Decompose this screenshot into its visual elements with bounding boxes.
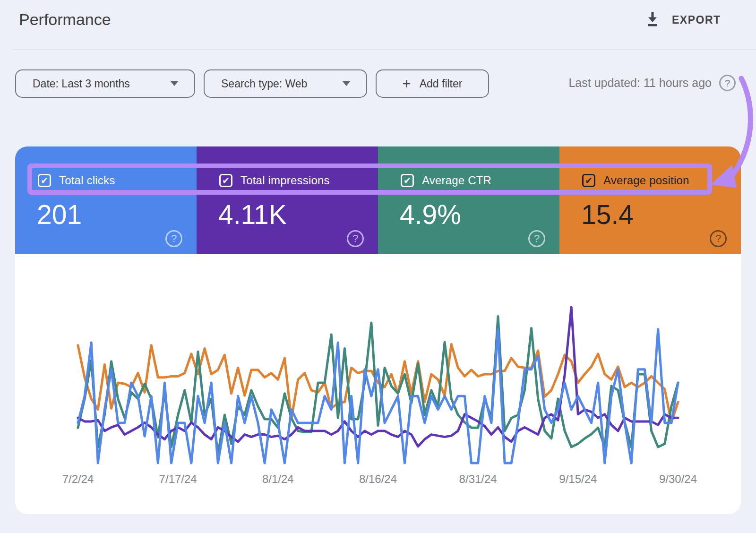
card-label: Average position xyxy=(603,174,689,187)
chevron-down-icon xyxy=(343,81,350,86)
total-impressions-toggle[interactable]: ✔ Total impressions xyxy=(219,174,330,187)
last-updated: Last updated: 11 hours ago ? xyxy=(568,75,736,91)
page-title: Performance xyxy=(19,10,111,29)
card-total-clicks[interactable]: ✔ Total clicks 201 ? xyxy=(15,146,197,254)
add-filter-label: Add filter xyxy=(420,77,463,90)
export-label: EXPORT xyxy=(672,14,721,26)
chart-card: 7/2/247/17/248/1/248/16/248/31/249/15/24… xyxy=(15,254,741,514)
total-clicks-value: 201 xyxy=(37,201,82,228)
x-axis-label: 9/15/24 xyxy=(559,473,597,486)
average-position-value: 15.4 xyxy=(581,201,634,228)
help-icon[interactable]: ? xyxy=(710,230,727,247)
checkbox-checked-icon[interactable]: ✔ xyxy=(219,174,232,187)
checkbox-checked-icon[interactable]: ✔ xyxy=(582,174,595,187)
average-position-toggle[interactable]: ✔ Average position xyxy=(582,174,689,187)
plus-icon: + xyxy=(403,77,411,91)
header-divider xyxy=(13,49,756,50)
date-filter-chip[interactable]: Date: Last 3 months xyxy=(15,69,195,98)
card-label: Total impressions xyxy=(241,174,330,187)
help-icon[interactable]: ? xyxy=(165,230,182,247)
checkbox-checked-icon[interactable]: ✔ xyxy=(38,174,51,187)
metric-cards: ✔ Total clicks 201 ? ✔ Total impressions… xyxy=(15,146,741,254)
export-button[interactable]: EXPORT xyxy=(643,9,724,31)
card-label: Average CTR xyxy=(422,174,491,187)
card-average-position[interactable]: ✔ Average position 15.4 ? xyxy=(559,146,741,254)
x-axis-label: 7/17/24 xyxy=(159,473,197,486)
search-type-filter-label: Search type: Web xyxy=(221,77,307,90)
help-icon[interactable]: ? xyxy=(347,230,364,247)
date-filter-label: Date: Last 3 months xyxy=(33,77,130,90)
total-impressions-value: 4.11K xyxy=(218,201,287,228)
checkbox-checked-icon[interactable]: ✔ xyxy=(401,174,414,187)
help-icon[interactable]: ? xyxy=(719,75,736,91)
total-clicks-toggle[interactable]: ✔ Total clicks xyxy=(38,174,115,187)
x-axis-label: 8/1/24 xyxy=(262,473,294,486)
search-console-performance-page: Performance EXPORT Date: Last 3 months S… xyxy=(0,0,756,533)
average-ctr-value: 4.9% xyxy=(400,201,461,228)
chevron-down-icon xyxy=(171,81,178,86)
card-total-impressions[interactable]: ✔ Total impressions 4.11K ? xyxy=(197,146,378,254)
average-ctr-toggle[interactable]: ✔ Average CTR xyxy=(401,174,491,187)
search-type-filter-chip[interactable]: Search type: Web xyxy=(204,69,367,98)
last-updated-text: Last updated: 11 hours ago xyxy=(568,76,712,90)
series-line-clicks xyxy=(78,329,678,463)
help-icon[interactable]: ? xyxy=(528,230,545,247)
card-label: Total clicks xyxy=(59,174,115,187)
card-average-ctr[interactable]: ✔ Average CTR 4.9% ? xyxy=(378,146,559,254)
x-axis-label: 8/16/24 xyxy=(359,473,397,486)
x-axis-label: 7/2/24 xyxy=(62,473,94,486)
add-filter-button[interactable]: + Add filter xyxy=(376,69,489,98)
x-axis-label: 9/30/24 xyxy=(659,473,697,486)
x-axis-label: 8/31/24 xyxy=(459,473,497,486)
download-icon xyxy=(645,11,660,28)
